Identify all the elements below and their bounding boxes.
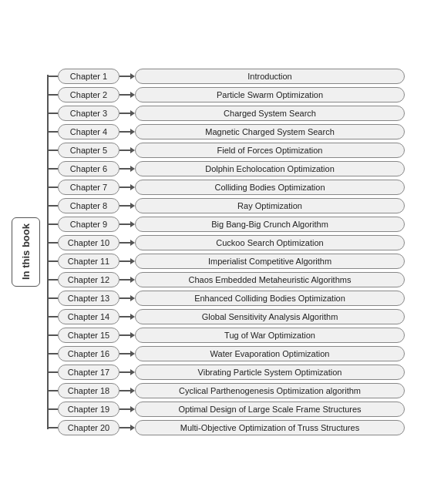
table-row: Chapter 20Multi-Objective Optimization o…	[58, 420, 405, 435]
arrow-connector	[119, 129, 135, 135]
chapter-pill: Chapter 1	[58, 69, 119, 84]
chapter-pill: Chapter 5	[58, 143, 119, 158]
arrow-connector	[119, 351, 135, 357]
table-row: Chapter 2Particle Swarm Optimization	[58, 87, 405, 102]
table-row: Chapter 5Field of Forces Optimization	[58, 143, 405, 158]
arrow-connector	[119, 110, 135, 116]
arrow-connector	[119, 425, 135, 431]
vertical-connector	[47, 75, 49, 429]
topic-pill: Imperialist Competitive Algorithm	[135, 254, 405, 269]
chapter-pill: Chapter 13	[58, 291, 119, 306]
arrow-connector	[119, 295, 135, 301]
chapter-pill: Chapter 15	[58, 328, 119, 343]
side-label: In this book	[12, 217, 40, 287]
topic-pill: Ray Optimization	[135, 198, 405, 213]
chapter-pill: Chapter 19	[58, 402, 119, 417]
chapter-pill: Chapter 8	[58, 198, 119, 213]
topic-pill: Cyclical Parthenogenesis Optimization al…	[135, 383, 405, 398]
arrow-connector	[119, 184, 135, 190]
chapter-pill: Chapter 2	[58, 87, 119, 102]
table-row: Chapter 14Global Sensitivity Analysis Al…	[58, 309, 405, 324]
arrow-connector	[119, 406, 135, 412]
table-row: Chapter 15Tug of War Optimization	[58, 328, 405, 343]
topic-pill: Introduction	[135, 69, 405, 84]
topic-pill: Cuckoo Search Optimization	[135, 235, 405, 250]
topic-pill: Particle Swarm Optimization	[135, 87, 405, 102]
arrow-connector	[119, 240, 135, 246]
topic-pill: Dolphin Echolocation Optimization	[135, 161, 405, 176]
chapter-pill: Chapter 18	[58, 383, 119, 398]
rows-wrapper: Chapter 1IntroductionChapter 2Particle S…	[58, 69, 405, 435]
arrow-connector	[119, 369, 135, 375]
table-row: Chapter 4Magnetic Charged System Search	[58, 124, 405, 139]
arrow-connector	[119, 332, 135, 338]
chapter-pill: Chapter 7	[58, 180, 119, 195]
chapter-pill: Chapter 12	[58, 272, 119, 287]
diagram-container: In this book Chapter 1IntroductionChapte…	[12, 53, 412, 451]
chapter-pill: Chapter 11	[58, 254, 119, 269]
topic-pill: Chaos Embedded Metaheuristic Algorithms	[135, 272, 405, 287]
topic-pill: Field of Forces Optimization	[135, 143, 405, 158]
table-row: Chapter 18Cyclical Parthenogenesis Optim…	[58, 383, 405, 398]
chapter-pill: Chapter 20	[58, 420, 119, 435]
table-row: Chapter 9Big Bang-Big Crunch Algorithm	[58, 217, 405, 232]
chapter-pill: Chapter 16	[58, 346, 119, 361]
arrow-connector	[119, 388, 135, 394]
table-row: Chapter 1Introduction	[58, 69, 405, 84]
arrow-connector	[119, 277, 135, 283]
table-row: Chapter 12Chaos Embedded Metaheuristic A…	[58, 272, 405, 287]
topic-pill: Colliding Bodies Optimization	[135, 180, 405, 195]
topic-pill: Vibrating Particle System Optimization	[135, 365, 405, 380]
arrow-connector	[119, 92, 135, 98]
topic-pill: Big Bang-Big Crunch Algorithm	[135, 217, 405, 232]
table-row: Chapter 3Charged System Search	[58, 106, 405, 121]
chapter-pill: Chapter 9	[58, 217, 119, 232]
topic-pill: Charged System Search	[135, 106, 405, 121]
table-row: Chapter 6Dolphin Echolocation Optimizati…	[58, 161, 405, 176]
arrow-connector	[119, 221, 135, 227]
table-row: Chapter 17Vibrating Particle System Opti…	[58, 365, 405, 380]
table-row: Chapter 19Optimal Design of Large Scale …	[58, 402, 405, 417]
arrow-connector	[119, 73, 135, 79]
table-row: Chapter 10Cuckoo Search Optimization	[58, 235, 405, 250]
arrow-connector	[119, 258, 135, 264]
table-row: Chapter 13Enhanced Colliding Bodies Opti…	[58, 291, 405, 306]
topic-pill: Optimal Design of Large Scale Frame Stru…	[135, 402, 405, 417]
chapter-pill: Chapter 10	[58, 235, 119, 250]
topic-pill: Water Evaporation Optimization	[135, 346, 405, 361]
table-row: Chapter 16Water Evaporation Optimization	[58, 346, 405, 361]
chapter-pill: Chapter 17	[58, 365, 119, 380]
table-row: Chapter 7Colliding Bodies Optimization	[58, 180, 405, 195]
topic-pill: Tug of War Optimization	[135, 328, 405, 343]
topic-pill: Magnetic Charged System Search	[135, 124, 405, 139]
chapter-pill: Chapter 4	[58, 124, 119, 139]
arrow-connector	[119, 203, 135, 209]
chapter-pill: Chapter 14	[58, 309, 119, 324]
side-label-wrapper: In this book	[12, 217, 40, 287]
arrow-connector	[119, 166, 135, 172]
arrow-connector	[119, 314, 135, 320]
table-row: Chapter 8Ray Optimization	[58, 198, 405, 213]
chapter-pill: Chapter 6	[58, 161, 119, 176]
chapter-pill: Chapter 3	[58, 106, 119, 121]
topic-pill: Multi-Objective Optimization of Truss St…	[135, 420, 405, 435]
arrow-connector	[119, 147, 135, 153]
table-row: Chapter 11Imperialist Competitive Algori…	[58, 254, 405, 269]
topic-pill: Enhanced Colliding Bodies Optimization	[135, 291, 405, 306]
topic-pill: Global Sensitivity Analysis Algorithm	[135, 309, 405, 324]
